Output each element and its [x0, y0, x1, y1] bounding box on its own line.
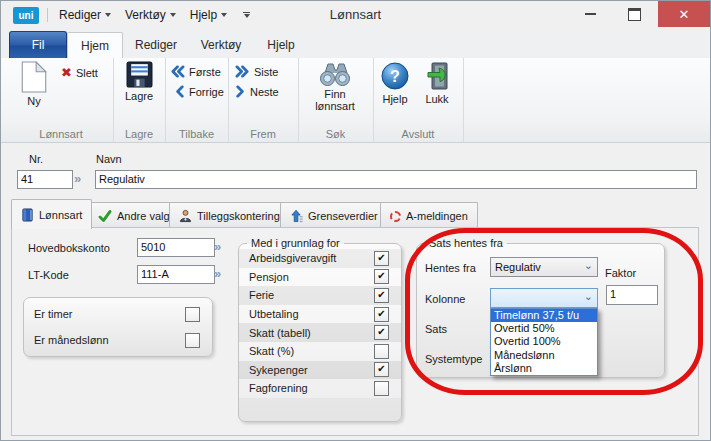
ribbon-group-sok: Finn lønnsart Søk: [298, 58, 374, 142]
kolonne-combo[interactable]: ⌄: [490, 288, 598, 308]
first-button[interactable]: Første: [170, 65, 221, 78]
next-button[interactable]: Neste: [235, 85, 279, 98]
hentes-fra-combo[interactable]: Regulativ ⌄: [490, 257, 598, 277]
new-document-icon: [21, 61, 47, 93]
tab-andre-valg[interactable]: Andre valg: [88, 202, 180, 229]
find-wagetype-button[interactable]: Finn lønnsart: [304, 61, 366, 112]
first-chevrons-icon: [170, 65, 185, 78]
kolonne-dropdown-list: Timelønn 37,5 t/u Overtid 50% Overtid 10…: [490, 308, 598, 376]
er-timer-checkbox[interactable]: [185, 307, 200, 322]
dropdown-option[interactable]: Overtid 50%: [491, 322, 597, 335]
nr-lookup-button[interactable]: »: [74, 171, 81, 186]
previous-button[interactable]: Forrige: [174, 85, 224, 98]
ribbon-tab-row: Fil Hjem Rediger Verktøy Hjelp: [1, 29, 710, 59]
fagforening-checkbox[interactable]: [374, 381, 389, 396]
ribbon-tab-rediger[interactable]: Rediger: [127, 32, 185, 58]
ltkode-input[interactable]: 111-A: [137, 265, 215, 284]
utbetaling-checkbox[interactable]: ✔: [374, 307, 389, 322]
delete-x-icon: ✖: [61, 65, 72, 80]
prev-chevron-icon: [174, 85, 185, 98]
maximize-button[interactable]: [614, 1, 654, 27]
help-button[interactable]: ? Hjelp: [375, 61, 415, 105]
up-arrow-icon: [290, 209, 303, 223]
minimize-icon: [585, 13, 596, 15]
dropdown-option[interactable]: Overtid 100%: [491, 335, 597, 348]
hovedbokskonto-input[interactable]: 5010: [137, 238, 215, 257]
ribbon-group-avslutt: ? Hjelp Lukk Avslutt: [373, 58, 464, 142]
person-icon: [179, 209, 192, 223]
grunnlag-legend: Med i grunnlag for: [247, 237, 344, 249]
faktor-label: Faktor: [605, 267, 636, 279]
ribbon-group-tilbake: Første Forrige Tilbake: [165, 58, 229, 142]
hovedbokskonto-lookup-button[interactable]: »: [214, 239, 221, 254]
ribbon-tab-verktoy[interactable]: Verktøy: [193, 32, 249, 58]
ribbon: Ny ✖ Slett Lønnsart Lagre Lagre: [1, 58, 710, 143]
save-button[interactable]: Lagre: [117, 61, 161, 102]
file-tab-button[interactable]: Fil: [9, 31, 67, 59]
er-timer-label: Er timer: [34, 308, 73, 320]
green-check-icon: [98, 209, 112, 223]
navn-input[interactable]: Regulativ: [95, 170, 697, 189]
minimize-button[interactable]: [570, 1, 610, 27]
ltkode-label: LT-Kode: [28, 269, 69, 281]
save-floppy-icon: [126, 61, 153, 88]
chevron-down-icon: ⌄: [584, 259, 593, 272]
skatt-tabell-checkbox[interactable]: ✔: [374, 325, 389, 340]
chevron-down-icon: ⌄: [584, 290, 593, 303]
ltkode-lookup-button[interactable]: »: [214, 266, 221, 281]
tab-grenseverdier[interactable]: Grenseverdier: [280, 202, 388, 229]
titlebar: uni Rediger Verktøy Hjelp Lønnsart ✕: [1, 1, 710, 29]
last-chevrons-icon: [235, 65, 250, 78]
tab-a-meldingen[interactable]: A-meldingen: [380, 202, 478, 229]
arbeidsgiveravgift-checkbox[interactable]: ✔: [374, 251, 389, 266]
dropdown-option[interactable]: Årslønn: [491, 362, 597, 375]
red-dashed-circle-icon: [390, 211, 401, 222]
faktor-input[interactable]: 1: [606, 285, 658, 305]
nr-input[interactable]: 41: [17, 170, 73, 189]
ribbon-group-lagre: Lagre Lagre: [113, 58, 166, 142]
close-button[interactable]: ✕: [658, 1, 710, 27]
sats-label: Sats: [425, 323, 447, 335]
close-icon: ✕: [679, 7, 690, 22]
hentes-fra-label: Hentes fra: [425, 262, 476, 274]
tab-tilleggskontering[interactable]: Tilleggskontering: [169, 202, 290, 229]
navn-label: Navn: [96, 153, 122, 165]
new-button[interactable]: Ny: [11, 61, 57, 107]
systemtype-label: Systemtype: [425, 353, 482, 365]
er-manedslonn-label: Er månedslønn: [34, 334, 109, 346]
ribbon-group-lonnsart: Ny ✖ Slett Lønnsart: [9, 58, 114, 142]
pensjon-checkbox[interactable]: ✔: [374, 269, 389, 284]
hovedbokskonto-label: Hovedbokskonto: [28, 242, 110, 254]
flags-groupbox: Er timer Er månedslønn: [23, 297, 213, 357]
sykepenger-checkbox[interactable]: ✔: [374, 362, 389, 377]
close-window-button[interactable]: Lukk: [417, 61, 457, 105]
ferie-checkbox[interactable]: ✔: [374, 288, 389, 303]
skatt-prosent-checkbox[interactable]: [374, 344, 389, 359]
kolonne-label: Kolonne: [425, 293, 465, 305]
exit-door-icon: [423, 61, 451, 91]
nr-label: Nr.: [29, 153, 43, 165]
er-manedslonn-checkbox[interactable]: [185, 333, 200, 348]
sats-legend: Sats hentes fra: [425, 237, 507, 249]
app-window: uni Rediger Verktøy Hjelp Lønnsart ✕ Fil…: [0, 0, 711, 441]
tab-lonnsart[interactable]: Lønnsart: [11, 199, 92, 229]
grunnlag-groupbox: Med i grunnlag for Arbeidsgiveravgift ✔ …: [238, 237, 402, 422]
ribbon-tab-hjelp[interactable]: Hjelp: [257, 32, 305, 58]
next-chevron-icon: [235, 85, 246, 98]
dropdown-option[interactable]: Timelønn 37,5 t/u: [491, 309, 597, 322]
book-icon: [21, 208, 34, 222]
delete-button[interactable]: ✖ Slett: [61, 65, 98, 80]
maximize-icon: [628, 8, 641, 21]
ribbon-group-frem: Siste Neste Frem: [228, 58, 299, 142]
last-button[interactable]: Siste: [235, 65, 278, 78]
ribbon-tab-hjem[interactable]: Hjem: [67, 32, 123, 59]
help-icon: ?: [380, 61, 410, 91]
binoculars-icon: [319, 61, 351, 87]
dropdown-option[interactable]: Månedslønn: [491, 349, 597, 362]
svg-text:?: ?: [390, 68, 400, 85]
